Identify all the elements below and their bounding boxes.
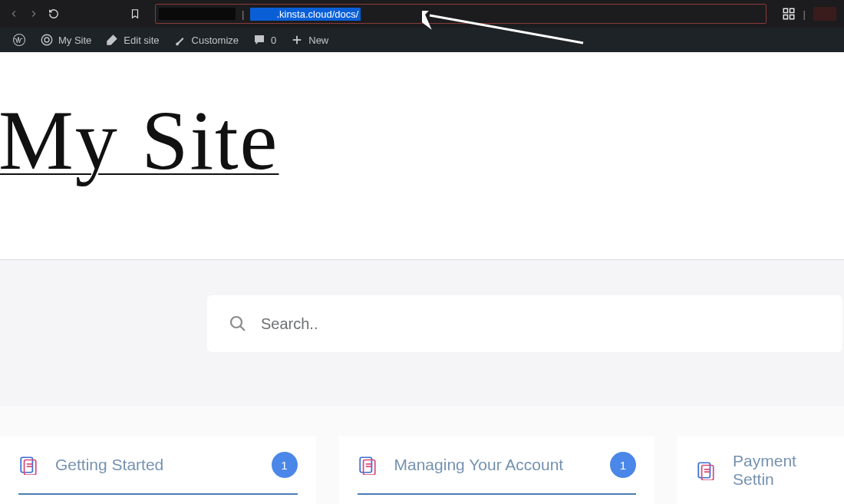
card-title: Getting Started xyxy=(55,456,255,474)
search-icon xyxy=(229,315,247,333)
card-payment-settings[interactable]: Payment Settin xyxy=(678,436,844,504)
wp-logo-menu[interactable] xyxy=(6,28,32,52)
wp-comments[interactable]: 0 xyxy=(246,28,282,52)
card-count-badge: 1 xyxy=(610,452,636,478)
wp-edit-site-label: Edit site xyxy=(124,35,159,46)
grid-view-icon[interactable] xyxy=(782,7,796,21)
site-title[interactable]: My Site xyxy=(0,98,844,183)
url-divider: | xyxy=(242,8,244,20)
svg-rect-3 xyxy=(790,15,793,19)
card-title: Payment Settin xyxy=(733,452,826,489)
page-content: My Site Getting Started 1 xyxy=(0,52,844,504)
search-box[interactable] xyxy=(207,295,842,352)
wp-my-site[interactable]: My Site xyxy=(34,28,97,52)
wp-comment-count: 0 xyxy=(271,35,276,46)
bookmark-button[interactable] xyxy=(129,8,141,20)
card-title: Managing Your Account xyxy=(394,456,594,474)
wp-new[interactable]: New xyxy=(284,28,335,52)
card-count-badge: 1 xyxy=(272,452,298,478)
docs-icon xyxy=(358,455,377,475)
back-button[interactable] xyxy=(8,8,20,20)
wp-customize[interactable]: Customize xyxy=(167,28,245,52)
toolbar-divider: | xyxy=(803,8,806,20)
docs-icon xyxy=(696,460,716,480)
docs-icon xyxy=(18,455,38,475)
wp-my-site-label: My Site xyxy=(58,35,91,46)
svg-rect-0 xyxy=(783,8,787,12)
card-getting-started[interactable]: Getting Started 1 xyxy=(0,436,316,504)
search-section xyxy=(0,260,844,406)
svg-rect-2 xyxy=(783,15,787,19)
svg-point-9 xyxy=(231,317,242,328)
card-managing-account[interactable]: Managing Your Account 1 xyxy=(339,436,655,504)
profile-indicator[interactable] xyxy=(813,7,836,21)
site-hero: My Site xyxy=(0,52,844,229)
svg-point-6 xyxy=(41,35,52,45)
svg-rect-1 xyxy=(790,8,793,12)
svg-point-5 xyxy=(45,38,49,42)
url-text: .kinsta.cloud/docs/ xyxy=(250,7,361,21)
url-redacted-segment xyxy=(159,8,236,20)
address-bar[interactable]: | .kinsta.cloud/docs/ xyxy=(155,4,767,24)
reload-button[interactable] xyxy=(48,8,60,20)
wp-edit-site[interactable]: Edit site xyxy=(99,28,165,52)
search-input[interactable] xyxy=(261,315,821,333)
category-cards: Getting Started 1 Managing Your Account … xyxy=(0,406,844,504)
wp-customize-label: Customize xyxy=(192,35,239,46)
wp-new-label: New xyxy=(308,35,328,46)
browser-toolbar: | .kinsta.cloud/docs/ | xyxy=(0,0,844,28)
forward-button[interactable] xyxy=(28,8,40,20)
wp-admin-bar: My Site Edit site Customize 0 New xyxy=(0,28,844,52)
svg-line-10 xyxy=(240,326,245,331)
